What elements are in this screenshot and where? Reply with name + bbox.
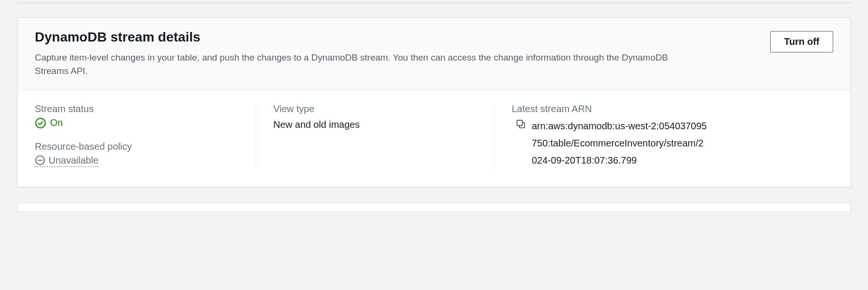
copy-icon	[516, 119, 526, 129]
panel-header: DynamoDB stream details Capture item-lev…	[18, 18, 850, 90]
view-type-field: View type New and old images	[273, 104, 477, 132]
previous-panel-bottom-edge	[17, 0, 851, 3]
copy-arn-button[interactable]	[512, 117, 526, 129]
next-panel-top-edge	[17, 203, 851, 211]
column-2: View type New and old images	[256, 104, 495, 169]
stream-status-label: Stream status	[35, 104, 238, 114]
stream-status-value-row: On	[35, 117, 238, 129]
panel-body: Stream status On Resource-based policy	[18, 90, 850, 187]
check-circle-icon	[35, 117, 46, 129]
dynamodb-stream-details-panel: DynamoDB stream details Capture item-lev…	[17, 17, 851, 187]
panel-header-text: DynamoDB stream details Capture item-lev…	[35, 29, 770, 78]
panel-description: Capture item-level changes in your table…	[35, 51, 679, 78]
resource-policy-field: Resource-based policy Unavailable	[35, 141, 238, 167]
arn-field: Latest stream ARN arn:aws:dynamodb:us-we…	[512, 104, 833, 169]
turn-off-button[interactable]: Turn off	[770, 31, 833, 52]
stream-status-field: Stream status On	[35, 104, 238, 129]
resource-policy-value: Unavailable	[49, 155, 99, 166]
svg-rect-4	[517, 120, 522, 125]
resource-policy-label: Resource-based policy	[35, 141, 238, 152]
stream-status-value: On	[50, 117, 63, 128]
view-type-label: View type	[273, 104, 477, 114]
arn-value: arn:aws:dynamodb:us-west-2:054037095750:…	[532, 117, 708, 169]
resource-policy-value-row[interactable]: Unavailable	[35, 155, 99, 167]
column-3: Latest stream ARN arn:aws:dynamodb:us-we…	[495, 104, 850, 169]
minus-circle-icon	[35, 155, 45, 166]
arn-label: Latest stream ARN	[512, 104, 833, 114]
svg-point-0	[36, 118, 45, 128]
column-1: Stream status On Resource-based policy	[18, 104, 256, 169]
view-type-value: New and old images	[273, 117, 477, 132]
panel-title: DynamoDB stream details	[35, 29, 761, 45]
arn-value-row: arn:aws:dynamodb:us-west-2:054037095750:…	[512, 117, 833, 169]
